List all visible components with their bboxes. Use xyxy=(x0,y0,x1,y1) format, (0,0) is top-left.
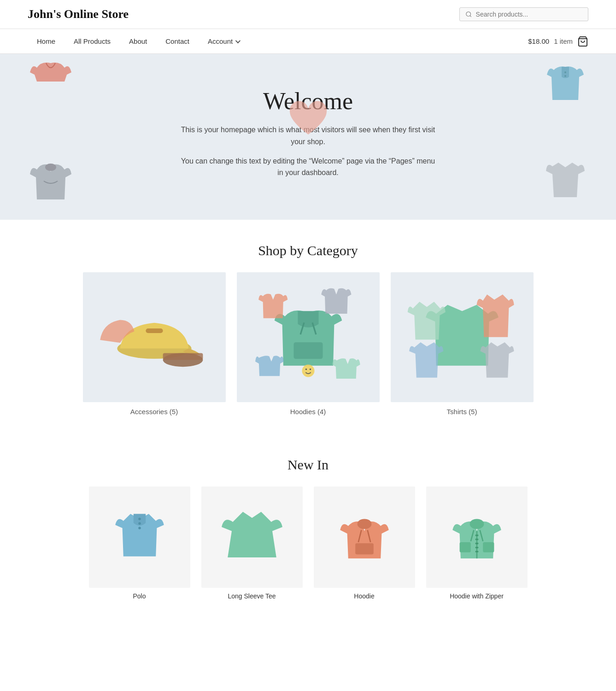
svg-point-0 xyxy=(466,12,471,17)
nav-links: Home All Products About Contact Account xyxy=(28,29,248,53)
svg-point-13 xyxy=(302,365,314,377)
svg-line-1 xyxy=(470,16,471,17)
svg-point-4 xyxy=(564,75,566,77)
hoodie-zipper-label: Hoodie with Zipper xyxy=(426,592,528,600)
deco-top-right xyxy=(542,63,588,116)
hero-text-1: This is your homepage which is what most… xyxy=(179,124,437,147)
product-hoodie-zipper[interactable]: Hoodie with Zipper xyxy=(426,486,528,600)
cart-icon[interactable] xyxy=(577,36,588,47)
nav-all-products[interactable]: All Products xyxy=(65,29,120,53)
svg-rect-7 xyxy=(146,328,163,333)
site-header: John's Online Store xyxy=(0,0,616,29)
svg-rect-28 xyxy=(475,547,478,548)
hoodie-label: Hoodie xyxy=(314,592,415,600)
account-chevron-icon xyxy=(235,38,241,43)
cart-count: 1 item xyxy=(554,37,573,45)
svg-rect-26 xyxy=(475,539,478,540)
svg-point-18 xyxy=(138,527,141,529)
product-hoodie[interactable]: Hoodie xyxy=(314,486,415,600)
polo-label: Polo xyxy=(89,592,190,600)
accessories-image xyxy=(83,272,226,402)
categories-grid: Accessories (5) xyxy=(0,272,616,434)
accessories-label: Accessories (5) xyxy=(83,408,226,416)
hoodie-zipper-image xyxy=(426,486,528,588)
hoodies-image xyxy=(237,272,380,402)
svg-point-17 xyxy=(138,522,141,525)
hero-section: Welcome This is your homepage which is w… xyxy=(0,54,616,220)
shop-by-category-title: Shop by Category xyxy=(0,243,616,258)
product-polo[interactable]: Polo xyxy=(89,486,190,600)
svg-rect-10 xyxy=(293,342,323,359)
svg-rect-33 xyxy=(483,542,494,552)
svg-point-3 xyxy=(564,71,566,73)
site-title[interactable]: John's Online Store xyxy=(28,7,129,21)
nav-contact[interactable]: Contact xyxy=(156,29,199,53)
hoodies-count: (4) xyxy=(317,408,326,416)
svg-point-15 xyxy=(309,369,311,370)
nav-account[interactable]: Account xyxy=(199,29,248,53)
tshirts-label: Tshirts (5) xyxy=(391,408,534,416)
svg-point-19 xyxy=(357,519,371,529)
deco-bottom-left xyxy=(28,158,74,211)
svg-rect-22 xyxy=(355,543,374,554)
hero-text-2: You can change this text by editing the … xyxy=(179,155,437,179)
category-hoodies[interactable]: Hoodies (4) xyxy=(237,272,380,416)
svg-point-14 xyxy=(305,369,306,370)
deco-bottom-right xyxy=(542,158,588,211)
svg-point-23 xyxy=(469,519,484,529)
search-icon xyxy=(465,11,472,18)
svg-rect-27 xyxy=(475,543,478,544)
category-accessories[interactable]: Accessories (5) xyxy=(83,272,226,416)
tshirts-count: (5) xyxy=(469,408,477,416)
svg-rect-25 xyxy=(475,534,478,536)
svg-point-5 xyxy=(45,164,56,171)
new-in-title: New In xyxy=(0,457,616,473)
long-sleeve-image xyxy=(201,486,303,588)
site-nav: Home All Products About Contact Account … xyxy=(0,29,616,54)
search-box[interactable] xyxy=(459,7,588,21)
deco-top-left xyxy=(28,59,74,111)
long-sleeve-label: Long Sleeve Tee xyxy=(201,592,303,600)
products-grid: Polo Long Sleeve Tee Hoodie xyxy=(0,486,616,627)
hoodies-label: Hoodies (4) xyxy=(237,408,380,416)
cart-area[interactable]: $18.00 1 item xyxy=(528,36,588,47)
category-tshirts[interactable]: Tshirts (5) xyxy=(391,272,534,416)
polo-image xyxy=(89,486,190,588)
nav-home[interactable]: Home xyxy=(28,29,65,53)
hero-title: Welcome xyxy=(263,88,353,115)
accessories-count: (5) xyxy=(170,408,178,416)
tshirts-image xyxy=(391,272,534,402)
svg-rect-9 xyxy=(163,353,203,360)
nav-about[interactable]: About xyxy=(120,29,156,53)
cart-amount: $18.00 xyxy=(528,37,549,45)
svg-point-16 xyxy=(138,517,141,520)
hoodie-image xyxy=(314,486,415,588)
svg-rect-29 xyxy=(475,551,478,552)
svg-rect-32 xyxy=(459,542,470,552)
product-long-sleeve-tee[interactable]: Long Sleeve Tee xyxy=(201,486,303,600)
search-input[interactable] xyxy=(476,11,582,18)
